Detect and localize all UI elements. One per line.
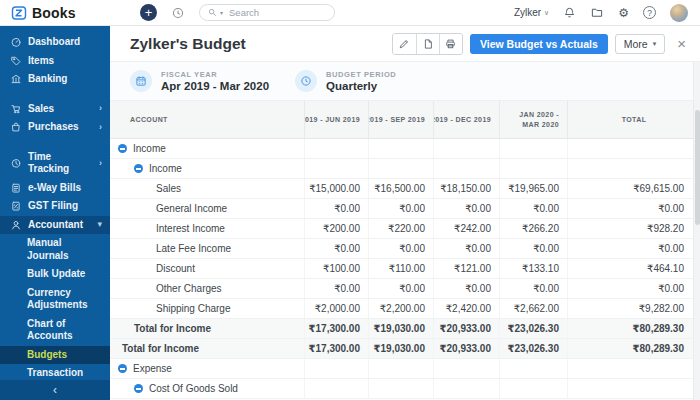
value-cell: [433, 359, 499, 378]
settings-gear-icon[interactable]: ⚙: [618, 7, 629, 19]
value-cell: ₹928.20: [567, 219, 700, 238]
search-input[interactable]: ▾ Search: [199, 4, 335, 21]
time-tracking-icon: [10, 157, 22, 169]
notifications-bell-icon[interactable]: [563, 6, 576, 19]
value-cell: ₹0.00: [567, 199, 700, 218]
edit-pencil-icon[interactable]: [393, 34, 416, 54]
chevron-down-icon: ▾: [653, 40, 657, 48]
table-row: Sales₹15,000.00₹16,500.00₹18,150.00₹19,9…: [110, 179, 700, 199]
account-name: Income: [133, 143, 166, 154]
fiscal-year-value: Apr 2019 - Mar 2020: [161, 80, 269, 92]
budget-table-body: IncomeIncomeSales₹15,000.00₹16,500.00₹18…: [110, 139, 700, 399]
account-name: Other Charges: [156, 283, 222, 294]
column-header: TOTAL: [567, 101, 700, 138]
value-cell: ₹23,026.30: [499, 319, 567, 338]
value-cell: ₹2,000.00: [304, 299, 368, 318]
help-icon[interactable]: ?: [643, 6, 656, 19]
value-cell: [567, 359, 700, 378]
app-window: Books + ▾ Search Zylker ∨: [0, 0, 700, 400]
account-cell: Shipping Charge: [110, 299, 304, 318]
value-cell: ₹19,030.00: [368, 339, 433, 358]
value-cell: ₹23,026.30: [499, 339, 567, 358]
quick-create-button[interactable]: +: [140, 4, 157, 21]
value-cell: ₹100.00: [304, 259, 368, 278]
account-name: Income: [149, 163, 182, 174]
sidebar-item-manual-journals[interactable]: Manual Journals: [0, 234, 110, 265]
value-cell: ₹15,000.00: [304, 179, 368, 198]
column-header: ACCOUNT: [110, 101, 304, 138]
scrollbar-thumb[interactable]: [695, 110, 700, 225]
value-cell: ₹0.00: [567, 239, 700, 258]
value-cell: [567, 139, 700, 158]
sidebar-item-gst-filing[interactable]: GST Filing: [0, 197, 110, 216]
sidebar-item-chart-of-accounts[interactable]: Chart of Accounts: [0, 315, 110, 346]
close-icon[interactable]: ×: [677, 36, 686, 51]
sidebar-item-currency-adjustments[interactable]: Currency Adjustments: [0, 284, 110, 315]
recent-history-icon[interactable]: [171, 6, 185, 20]
sidebar-item-budgets[interactable]: Budgets: [0, 346, 110, 365]
clock-icon: [295, 70, 317, 92]
more-button[interactable]: More ▾: [615, 34, 665, 54]
org-switcher[interactable]: Zylker ∨: [514, 7, 549, 18]
account-cell: Interest Income: [110, 219, 304, 238]
value-cell: ₹0.00: [368, 199, 433, 218]
account-cell: Expense: [110, 359, 304, 378]
account-cell: Other Charges: [110, 279, 304, 298]
value-cell: [433, 139, 499, 158]
value-cell: ₹20,933.00: [433, 319, 499, 338]
value-cell: ₹121.00: [433, 259, 499, 278]
sidebar-collapse-button[interactable]: ‹: [0, 380, 110, 400]
sidebar-item-bulk-update[interactable]: Bulk Update: [0, 265, 110, 284]
sidebar-item-sales[interactable]: Sales›: [0, 100, 110, 119]
sidebar-item-purchases[interactable]: Purchases›: [0, 118, 110, 137]
table-row: General Income₹0.00₹0.00₹0.00₹0.00₹0.00: [110, 199, 700, 219]
export-file-icon[interactable]: [416, 34, 439, 54]
sidebar-item-label: Banking: [28, 73, 67, 86]
budget-table: ACCOUNTAPR 2019 - JUN 2019JUL 2019 - SEP…: [110, 101, 700, 400]
value-cell: [567, 159, 700, 178]
value-cell: ₹0.00: [433, 239, 499, 258]
vertical-scrollbar[interactable]: [693, 62, 700, 400]
table-row: Income: [110, 159, 700, 179]
banking-icon: [10, 73, 22, 85]
items-icon: [10, 55, 22, 67]
value-cell: ₹2,420.00: [433, 299, 499, 318]
collapse-icon[interactable]: [134, 384, 143, 393]
user-avatar[interactable]: [670, 4, 688, 22]
sidebar-item-accountant[interactable]: Accountant▾: [0, 216, 110, 235]
table-row: Income: [110, 139, 700, 159]
value-cell: [304, 139, 368, 158]
budget-table-header: ACCOUNTAPR 2019 - JUN 2019JUL 2019 - SEP…: [110, 101, 700, 139]
search-scope-caret-icon[interactable]: ▾: [220, 9, 223, 16]
value-cell: [499, 159, 567, 178]
budget-meta-bar: FISCAL YEAR Apr 2019 - Mar 2020 BUDGET P…: [110, 62, 700, 101]
sidebar-item-banking[interactable]: Banking: [0, 70, 110, 89]
app-body: DashboardItemsBankingSales›Purchases›Tim…: [0, 26, 700, 400]
value-cell: ₹110.00: [368, 259, 433, 278]
documents-folder-icon[interactable]: [590, 6, 604, 19]
collapse-icon[interactable]: [118, 144, 127, 153]
account-cell: Discount: [110, 259, 304, 278]
view-budget-vs-actuals-button[interactable]: View Budget vs Actuals: [470, 34, 608, 54]
sidebar-item-label: Accountant: [28, 219, 83, 232]
budget-period-label: BUDGET PERIOD: [326, 70, 396, 79]
sidebar-item-items[interactable]: Items: [0, 52, 110, 71]
collapse-icon[interactable]: [134, 164, 143, 173]
value-cell: [499, 359, 567, 378]
account-name: Sales: [156, 183, 181, 194]
value-cell: [567, 379, 700, 398]
collapse-icon[interactable]: [118, 364, 127, 373]
value-cell: ₹9,282.00: [567, 299, 700, 318]
sidebar-item-time-tracking[interactable]: Time Tracking›: [0, 148, 110, 179]
sidebar-item-e-way-bills[interactable]: e-Way Bills: [0, 179, 110, 198]
account-cell: Total for Income: [110, 339, 304, 358]
gst-filing-icon: [10, 200, 22, 212]
print-icon[interactable]: [439, 34, 462, 54]
sidebar-item-dashboard[interactable]: Dashboard: [0, 33, 110, 52]
sidebar-item-label: Sales: [28, 103, 54, 116]
account-name: Total for Income: [122, 343, 199, 354]
brand-logo[interactable]: Books: [0, 0, 110, 25]
sidebar-item-label: Chart of Accounts: [27, 318, 102, 343]
table-row: Other Charges₹0.00₹0.00₹0.00₹0.00₹0.00: [110, 279, 700, 299]
account-name: Expense: [133, 363, 172, 374]
